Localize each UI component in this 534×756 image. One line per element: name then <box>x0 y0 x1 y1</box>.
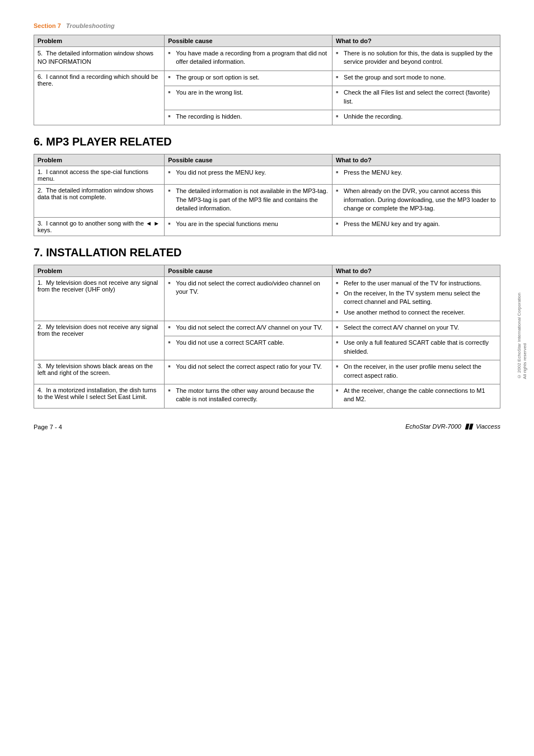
cause-cell: You did not select the correct audio/vid… <box>165 276 332 321</box>
table-row: 3. My television shows black areas on th… <box>34 360 500 384</box>
install-col-problem: Problem <box>34 265 165 276</box>
footer: Page 7 - 4 EchoStar DVR-7000 ▮▮ Viaccess <box>34 420 500 430</box>
problem-cell: 5. The detailed information window shows… <box>34 47 165 71</box>
cause-cell: The motor turns the other way around bec… <box>165 384 332 408</box>
section-header: Section 7 Troubleshooting <box>34 22 500 29</box>
problem-cell: 2. My television does not receive any si… <box>34 321 165 360</box>
todo-cell: Use only a full featured SCART cable tha… <box>332 336 500 360</box>
section7-title: 7. INSTALLATION RELATED <box>34 246 500 259</box>
mp3-col-cause: Possible cause <box>165 154 332 166</box>
table-row: 5. The detailed information window shows… <box>34 47 500 71</box>
installation-table: Problem Possible cause What to do? 1. My… <box>34 265 500 408</box>
cause-cell: You did not use a correct SCART cable. <box>165 336 332 360</box>
col-header-todo: What to do? <box>332 35 500 47</box>
todo-cell: There is no solution for this, the data … <box>332 47 500 71</box>
table-row: 2. My television does not receive any si… <box>34 321 500 336</box>
todo-cell: Check the all Files list and select the … <box>332 86 500 110</box>
todo-cell: Set the group and sort mode to none. <box>332 71 500 86</box>
table-row: 2. The detailed information window shows… <box>34 185 500 217</box>
todo-cell: Press the MENU key and try again. <box>332 217 500 236</box>
cause-cell: You did not select the correct aspect ra… <box>165 360 332 384</box>
side-text-container: © 2002 EchoStar International Corporatio… <box>517 168 528 504</box>
cause-cell: You are in the wrong list. <box>165 86 332 110</box>
cause-cell: The group or sort option is set. <box>165 71 332 86</box>
copyright-text: © 2002 EchoStar International Corporatio… <box>517 293 528 379</box>
prev-section-table: Problem Possible cause What to do? 5. Th… <box>34 35 500 125</box>
problem-cell: 3. I cannot go to another song with the … <box>34 217 165 236</box>
todo-cell: Unhide the recording. <box>332 110 500 125</box>
footer-product: EchoStar DVR-7000 ▮▮ Viaccess <box>405 422 500 430</box>
cause-cell: The recording is hidden. <box>165 110 332 125</box>
table-row: 4. In a motorized installation, the dish… <box>34 384 500 408</box>
cause-cell: You did not press the MENU key. <box>165 166 332 185</box>
cause-cell: You are in the special functions menu <box>165 217 332 236</box>
cause-cell: The detailed information is not availabl… <box>165 185 332 217</box>
todo-cell: At the receiver, change the cable connec… <box>332 384 500 408</box>
problem-cell: 4. In a motorized installation, the dish… <box>34 384 165 408</box>
todo-cell: When already on the DVR, you cannot acce… <box>332 185 500 217</box>
mp3-table: Problem Possible cause What to do? 1. I … <box>34 154 500 236</box>
problem-cell: 2. The detailed information window shows… <box>34 185 165 217</box>
todo-cell: Refer to the user manual of the TV for i… <box>332 276 500 321</box>
section6-title: 6. MP3 PLAYER RELATED <box>34 135 500 148</box>
mp3-col-problem: Problem <box>34 154 165 166</box>
col-header-cause: Possible cause <box>165 35 332 47</box>
table-row: 6. I cannot find a recording which shoul… <box>34 71 500 86</box>
install-col-todo: What to do? <box>332 265 500 276</box>
todo-cell: On the receiver, in the user profile men… <box>332 360 500 384</box>
problem-cell: 1. My television does not receive any si… <box>34 276 165 321</box>
mp3-col-todo: What to do? <box>332 154 500 166</box>
todo-cell: Press the MENU key. <box>332 166 500 185</box>
footer-page: Page 7 - 4 <box>34 424 62 430</box>
todo-cell: Select the correct A/V channel on your T… <box>332 321 500 336</box>
col-header-problem: Problem <box>34 35 165 47</box>
install-col-cause: Possible cause <box>165 265 332 276</box>
table-row: 3. I cannot go to another song with the … <box>34 217 500 236</box>
table-row: 1. My television does not receive any si… <box>34 276 500 321</box>
problem-cell: 6. I cannot find a recording which shoul… <box>34 71 165 125</box>
problem-cell: 1. I cannot access the spe-cial function… <box>34 166 165 185</box>
cause-cell: You did not select the correct A/V chann… <box>165 321 332 336</box>
problem-cell: 3. My television shows black areas on th… <box>34 360 165 384</box>
cause-cell: You have made a recording from a program… <box>165 47 332 71</box>
table-row: 1. I cannot access the spe-cial function… <box>34 166 500 185</box>
